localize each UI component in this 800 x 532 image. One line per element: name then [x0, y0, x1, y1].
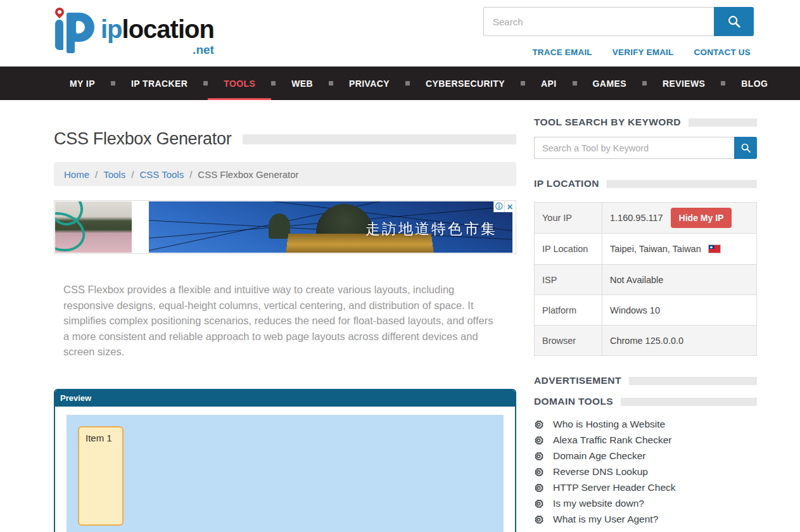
nav-separator	[111, 81, 115, 86]
breadcrumb-css-tools[interactable]: CSS Tools	[139, 169, 184, 180]
nav-separator	[573, 81, 577, 86]
row-label: ISP	[535, 265, 602, 295]
tool-search-input[interactable]	[534, 137, 734, 159]
nav-separator	[521, 81, 525, 86]
row-label: IP Location	[535, 234, 602, 265]
list-item[interactable]: What is my User Agent?	[534, 514, 757, 525]
preview-panel: Preview Item 1	[54, 389, 516, 532]
preview-panel-header: Preview	[55, 390, 515, 407]
verify-email-link[interactable]: VERIFY EMAIL	[613, 48, 674, 57]
flexbox-preview-item-1: Item 1	[78, 426, 124, 526]
nav-item-cybersecurity[interactable]: CYBERSECURITY	[410, 66, 521, 100]
ad-right-image: 走訪地道特色市集	[149, 201, 512, 253]
taiwan-flag-icon	[709, 245, 720, 253]
flexbox-preview-container: Item 1	[67, 415, 504, 532]
gear-icon	[534, 420, 543, 429]
ad-close-icon[interactable]: ✕	[504, 201, 515, 212]
hide-my-ip-button[interactable]: Hide My IP	[671, 208, 732, 228]
table-row: ISP Not Available	[535, 265, 757, 295]
search-icon	[727, 15, 741, 28]
domain-tools-list: Who is Hosting a Website Alexa Traffic R…	[534, 419, 757, 525]
heading-decor-bar	[629, 377, 757, 385]
advertisement-heading: ADVERTISEMENT	[534, 375, 621, 386]
contact-us-link[interactable]: CONTACT US	[694, 48, 751, 57]
location-pin-icon	[53, 6, 66, 18]
table-row: Your IP 1.160.95.117 Hide My IP	[535, 203, 757, 234]
nav-separator	[405, 81, 410, 86]
header-search-button[interactable]	[714, 7, 754, 36]
nav-separator	[271, 81, 276, 86]
gear-icon	[534, 436, 543, 445]
nav-item-api[interactable]: API	[525, 66, 573, 100]
browser-value: Chrome 125.0.0.0	[602, 326, 757, 356]
table-row: Platform Windows 10	[535, 295, 757, 326]
platform-value: Windows 10	[602, 295, 757, 326]
site-logo[interactable]: iplocation .net	[54, 8, 214, 57]
ip-location-value: Taipei, Taiwan, Taiwan	[610, 244, 701, 254]
row-label: Your IP	[535, 203, 602, 234]
nav-item-blog[interactable]: BLOG	[725, 66, 784, 100]
table-row: IP Location Taipei, Taiwan, Taiwan	[535, 234, 757, 265]
nav-item-privacy[interactable]: PRIVACY	[333, 66, 405, 100]
ad-left-image	[55, 201, 132, 253]
breadcrumb: Home / Tools / CSS Tools / CSS Flexbox G…	[54, 162, 516, 186]
gear-icon	[534, 499, 543, 509]
list-item[interactable]: Alexa Traffic Rank Checker	[534, 434, 757, 446]
logo-ip-mark-icon	[54, 8, 97, 53]
header-links: TRACE EMAIL VERIFY EMAIL CONTACT US	[532, 48, 751, 57]
page-title: CSS Flexbox Generator	[54, 129, 231, 149]
breadcrumb-current: CSS Flexbox Generator	[198, 169, 298, 180]
row-label: Platform	[535, 295, 602, 326]
header-search-input[interactable]	[483, 7, 714, 36]
nav-separator	[203, 81, 208, 86]
ip-location-table: Your IP 1.160.95.117 Hide My IP IP Locat…	[534, 202, 757, 356]
gear-icon	[534, 483, 543, 493]
list-item[interactable]: Reverse DNS Lookup	[534, 466, 757, 478]
logo-net-suffix: .net	[97, 43, 214, 57]
ad-info-icon[interactable]: ⓘ	[493, 201, 504, 212]
logo-wordmark: iplocation	[101, 16, 214, 42]
ad-building-turret	[269, 213, 290, 239]
gear-icon	[534, 515, 543, 524]
list-item[interactable]: Who is Hosting a Website	[534, 419, 757, 430]
ad-banner[interactable]: 走訪地道特色市集 ⓘ ✕	[54, 200, 516, 254]
table-row: Browser Chrome 125.0.0.0	[535, 326, 757, 356]
list-item[interactable]: HTTP Server Header Check	[534, 482, 757, 493]
tool-search-button[interactable]	[734, 137, 757, 159]
tool-search-heading: TOOL SEARCH BY KEYWORD	[534, 117, 681, 128]
title-decor-bar	[243, 134, 516, 144]
gear-icon	[534, 467, 543, 477]
domain-tools-heading: DOMAIN TOOLS	[534, 396, 613, 407]
nav-item-reviews[interactable]: REVIEWS	[647, 66, 721, 100]
heading-decor-bar	[621, 398, 757, 406]
trace-email-link[interactable]: TRACE EMAIL	[532, 48, 592, 57]
nav-separator	[642, 81, 647, 86]
search-icon	[740, 142, 751, 153]
heading-decor-bar	[689, 118, 757, 127]
nav-item-tools[interactable]: TOOLS	[208, 66, 271, 100]
nav-item-my-ip[interactable]: MY IP	[54, 66, 111, 100]
nav-separator	[329, 81, 333, 86]
nav-separator	[721, 81, 725, 86]
nav-item-games[interactable]: GAMES	[577, 66, 642, 100]
list-item[interactable]: Is my website down?	[534, 498, 757, 509]
nav-item-ip-tracker[interactable]: IP TRACKER	[115, 66, 203, 100]
site-header: iplocation .net TRACE EMAIL VERIFY EMAIL…	[0, 0, 800, 66]
tool-description: CSS Flexbox provides a flexible and intu…	[54, 282, 500, 360]
gear-icon	[534, 452, 543, 461]
isp-value: Not Available	[602, 265, 757, 295]
breadcrumb-home[interactable]: Home	[64, 169, 89, 180]
row-label: Browser	[535, 326, 602, 356]
breadcrumb-tools[interactable]: Tools	[103, 169, 125, 180]
nav-item-web[interactable]: WEB	[276, 66, 329, 100]
ip-location-heading: IP LOCATION	[534, 178, 599, 189]
main-nav: MY IP IP TRACKER TOOLS WEB PRIVACY CYBER…	[0, 66, 800, 100]
ad-caption: 走訪地道特色市集	[365, 219, 497, 239]
list-item[interactable]: Domain Age Checker	[534, 450, 757, 462]
heading-decor-bar	[607, 180, 757, 188]
your-ip-value: 1.160.95.117	[610, 213, 663, 223]
